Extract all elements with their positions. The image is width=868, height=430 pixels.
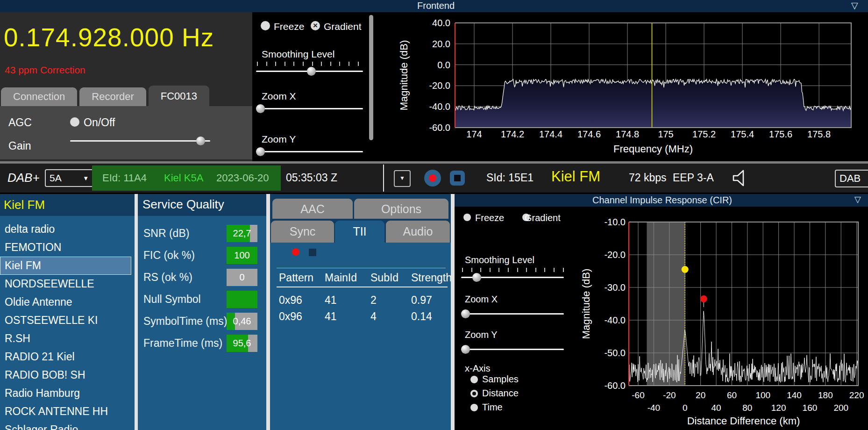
svg-text:20: 20 <box>696 390 705 400</box>
status-bar: DAB+ 5A ▼ EId: 11A4 Kiel K5A 2023-06-20 … <box>0 164 868 193</box>
radio-label: Samples <box>482 374 519 385</box>
cir-zoom-x-slider[interactable] <box>461 309 564 318</box>
record-button[interactable] <box>424 170 441 186</box>
cir-freeze-checkbox[interactable] <box>463 214 471 221</box>
tab-recorder[interactable]: Recorder <box>79 87 146 106</box>
panel-splitter[interactable] <box>266 194 270 430</box>
controls-scrollbar[interactable] <box>369 15 373 140</box>
station-item[interactable]: R.SH <box>0 330 135 348</box>
cir-smoothing-slider-knob[interactable] <box>472 273 481 282</box>
stop-button[interactable] <box>450 171 465 186</box>
collapse-triangle-icon[interactable]: ▽ <box>854 194 861 205</box>
svg-text:174.8: 174.8 <box>616 129 639 139</box>
station-item[interactable]: RADIO BOB! SH <box>0 366 135 384</box>
station-item[interactable]: RADIO 21 Kiel <box>0 348 135 366</box>
svg-text:175.4: 175.4 <box>731 129 754 139</box>
svg-text:-20.0: -20.0 <box>604 250 626 260</box>
collapse-triangle-icon[interactable]: ▽ <box>851 0 858 11</box>
panel-splitter[interactable] <box>451 194 455 430</box>
svg-text:174.2: 174.2 <box>501 129 524 139</box>
tii-cell: 0x96 <box>279 294 302 307</box>
cir-zoom-x-slider-track[interactable] <box>461 313 564 315</box>
cir-freeze-label: Freeze <box>475 213 504 223</box>
station-item[interactable]: OSTSEEWELLE KI <box>0 311 135 330</box>
cir-titlebar: Channel Impulse Response (CIR) ▽ <box>455 194 868 207</box>
zoom-y-slider-knob[interactable] <box>256 147 265 156</box>
zoom-x-slider[interactable] <box>256 104 363 113</box>
svg-text:-20: -20 <box>663 390 676 400</box>
cir-zoom-y-slider[interactable] <box>461 344 564 354</box>
zoom-x-slider-track[interactable] <box>256 108 363 109</box>
radio-label: Distance <box>482 388 519 399</box>
gradient-checkbox[interactable]: × <box>311 21 320 30</box>
tab-options[interactable]: Options <box>354 199 448 219</box>
service-dropdown-button[interactable]: ▼ <box>394 170 411 187</box>
zoom-x-slider-knob[interactable] <box>256 104 265 113</box>
tab-connection[interactable]: Connection <box>1 87 77 106</box>
station-item[interactable]: ROCK ANTENNE HH <box>0 402 135 421</box>
tii-cell: 2 <box>370 294 377 307</box>
gain-slider-track[interactable] <box>70 140 210 142</box>
svg-text:-60.0: -60.0 <box>429 122 450 133</box>
speaker-icon[interactable] <box>730 168 750 188</box>
svg-text:174.4: 174.4 <box>539 129 562 139</box>
svg-text:174.6: 174.6 <box>577 129 601 139</box>
tab-fc0013[interactable]: FC0013 <box>149 86 209 106</box>
frontend-titlebar: Frontend ▽ <box>0 0 868 12</box>
svg-text:-30.0: -30.0 <box>604 282 626 293</box>
service-id: SId: 15E1 <box>486 172 534 184</box>
svg-text:40.0: 40.0 <box>432 18 450 28</box>
svg-text:220: 220 <box>849 390 864 400</box>
svg-text:120: 120 <box>771 403 786 413</box>
tab-audio[interactable]: Audio <box>386 221 450 243</box>
radio-samples[interactable] <box>470 376 478 383</box>
tii-cell: 4 <box>370 310 377 323</box>
tii-cell: 0.97 <box>411 294 432 307</box>
freeze-checkbox[interactable] <box>261 21 270 30</box>
cir-window-title: Channel Impulse Response (CIR) <box>592 195 732 206</box>
svg-text:80: 80 <box>742 403 752 413</box>
radio-distance[interactable] <box>470 390 478 397</box>
gain-label: Gain <box>8 140 31 152</box>
cir-smoothing-ticks <box>462 268 564 272</box>
zoom-y-slider-track[interactable] <box>256 151 363 152</box>
zoom-y-slider[interactable] <box>256 147 363 156</box>
svg-text:160: 160 <box>803 403 818 413</box>
statusbar-divider <box>383 165 384 192</box>
tab-aac[interactable]: AAC <box>272 199 353 219</box>
panel-splitter[interactable] <box>135 194 138 430</box>
cir-zoom-y-slider-knob[interactable] <box>461 345 470 354</box>
cir-chart[interactable]: -10.0-20.0-30.0-40.0-50.0-60.0-60-40-200… <box>576 207 868 430</box>
zoom-y-label: Zoom Y <box>262 134 296 145</box>
metric-value: 22,7 <box>227 228 257 239</box>
station-item[interactable]: Radio Hamburg <box>0 384 135 402</box>
cir-smoothing-label: Smoothing Level <box>465 255 534 265</box>
cir-smoothing-slider[interactable] <box>461 272 564 282</box>
smoothing-slider[interactable] <box>256 66 363 76</box>
gain-slider[interactable] <box>70 136 210 145</box>
output-value: DAB <box>840 172 861 185</box>
metric-row: FIC (ok %)100 <box>138 247 266 264</box>
spectrum-chart[interactable]: 40.020.00.0-20.0-40.0-60.0174174.2174.41… <box>377 12 868 161</box>
radio-time[interactable] <box>470 404 478 411</box>
tii-cell: 41 <box>325 294 337 307</box>
tab-tii[interactable]: TII <box>335 221 384 243</box>
smoothing-slider-knob[interactable] <box>307 67 316 76</box>
output-select[interactable]: DAB ▼ <box>835 170 868 187</box>
station-item[interactable]: Schlager Radio <box>0 421 135 430</box>
radio-label: Time <box>482 402 503 413</box>
station-item[interactable]: NORDSEEWELLE <box>0 275 135 293</box>
sync-indicator-icon <box>292 248 299 256</box>
cir-zoom-y-slider-track[interactable] <box>461 349 564 350</box>
station-item[interactable]: delta radio <box>0 220 135 238</box>
cir-zoom-x-slider-knob[interactable] <box>461 309 470 318</box>
station-item[interactable]: Kiel FM <box>0 257 131 275</box>
channel-select[interactable]: 5A ▼ <box>45 169 93 187</box>
tab-sync[interactable]: Sync <box>271 221 334 243</box>
tii-column-header: MainId <box>325 272 357 284</box>
station-item[interactable]: FEMOTION <box>0 238 135 257</box>
gain-slider-knob[interactable] <box>196 136 205 145</box>
station-item[interactable]: Oldie Antenne <box>0 293 135 311</box>
metric-label: SNR (dB) <box>143 227 189 240</box>
agc-radio[interactable] <box>70 117 79 127</box>
